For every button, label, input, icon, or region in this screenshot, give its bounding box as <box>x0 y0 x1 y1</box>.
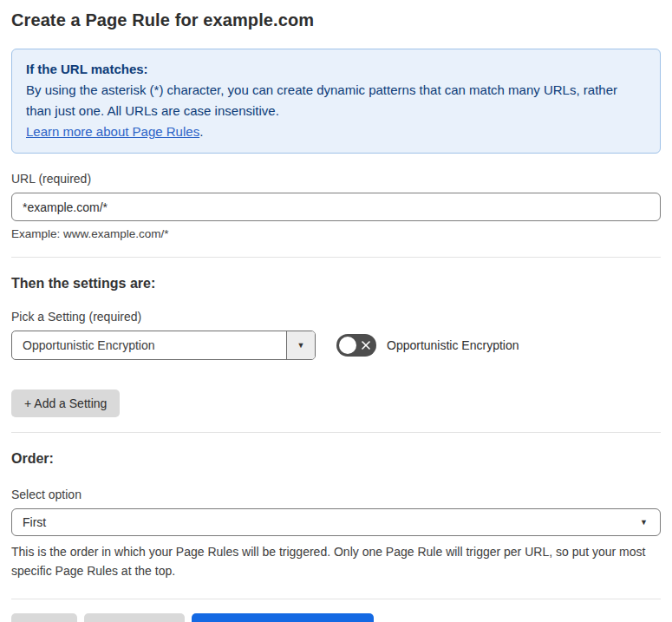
toggle-group: Opportunistic Encryption <box>336 334 519 357</box>
dropdown-arrow-button[interactable]: ▼ <box>286 331 315 359</box>
order-select-label: Select option <box>11 488 661 501</box>
page-title: Create a Page Rule for example.com <box>11 10 661 30</box>
divider <box>11 599 661 599</box>
toggle-label: Opportunistic Encryption <box>387 338 519 352</box>
url-example-helper: Example: www.example.com/* <box>11 227 661 240</box>
save-and-deploy-button[interactable]: Save and Deploy Page Rule <box>192 613 374 622</box>
pick-setting-label: Pick a Setting (required) <box>11 310 661 324</box>
setting-dropdown-value: Opportunistic Encryption <box>12 331 286 359</box>
info-box-link-line: Learn more about Page Rules. <box>26 121 646 142</box>
info-box-body: By using the asterisk (*) character, you… <box>26 80 646 121</box>
settings-section-heading: Then the settings are: <box>11 276 661 291</box>
url-field-label: URL (required) <box>11 172 661 186</box>
action-buttons-row: Cancel Save as Draft Save and Deploy Pag… <box>11 613 661 622</box>
setting-dropdown[interactable]: Opportunistic Encryption ▼ <box>11 331 316 360</box>
divider <box>11 257 661 258</box>
info-box-heading: If the URL matches: <box>26 59 646 80</box>
order-select-value: First <box>23 515 640 529</box>
chevron-down-icon: ▼ <box>297 341 305 350</box>
toggle-knob <box>339 337 356 354</box>
url-input[interactable] <box>11 193 661 221</box>
add-setting-button[interactable]: + Add a Setting <box>11 390 120 417</box>
cancel-button[interactable]: Cancel <box>11 613 77 622</box>
order-section-heading: Order: <box>11 451 661 467</box>
toggle-off-x-icon <box>361 340 371 350</box>
divider <box>11 432 661 433</box>
url-match-info-box: If the URL matches: By using the asteris… <box>11 49 661 154</box>
save-as-draft-button[interactable]: Save as Draft <box>84 613 186 622</box>
order-select[interactable]: First ▼ <box>11 508 661 536</box>
chevron-down-icon: ▼ <box>640 518 648 527</box>
setting-row: Opportunistic Encryption ▼ Opportunistic… <box>11 331 661 360</box>
page-rule-form: Create a Page Rule for example.com If th… <box>0 0 672 622</box>
order-helper-text: This is the order in which your Page Rul… <box>11 542 653 580</box>
learn-more-link[interactable]: Learn more about Page Rules <box>26 124 199 139</box>
link-period: . <box>199 124 203 139</box>
opportunistic-encryption-toggle[interactable] <box>336 334 376 357</box>
